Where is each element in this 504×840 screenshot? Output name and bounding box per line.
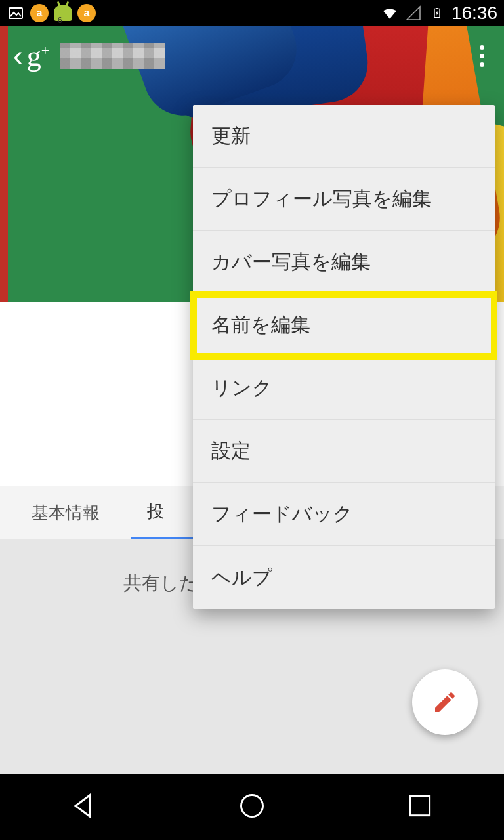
svg-rect-2 [436, 8, 438, 9]
battery-charging-icon [428, 4, 446, 22]
overflow-menu-button[interactable] [473, 39, 491, 74]
status-bar: a 6 a 16:36 [0, 0, 504, 26]
picture-icon [7, 4, 25, 22]
action-bar: ‹ g+ [0, 26, 504, 85]
app-notification-icon-2: a [77, 4, 96, 22]
app-notification-icon: a [30, 4, 49, 22]
navigation-bar [0, 774, 504, 840]
clock: 16:36 [452, 3, 497, 24]
menu-item-edit-profile-photo[interactable]: プロフィール写真を編集 [193, 168, 495, 231]
menu-item-refresh[interactable]: 更新 [193, 105, 495, 168]
svg-rect-0 [9, 8, 22, 18]
overflow-menu: 更新 プロフィール写真を編集 カバー写真を編集 名前を編集 リンク 設定 フィー… [193, 105, 495, 609]
nav-recents-icon[interactable] [406, 791, 434, 823]
svg-rect-5 [410, 796, 429, 815]
cell-signal-icon [404, 4, 423, 22]
wifi-icon [381, 4, 399, 22]
username-redacted [60, 43, 165, 69]
back-icon[interactable]: ‹ [13, 39, 23, 72]
compose-fab[interactable] [412, 669, 478, 735]
google-plus-logo[interactable]: g+ [27, 39, 49, 73]
tab-basic-info[interactable]: 基本情報 [0, 486, 131, 539]
pencil-icon [432, 689, 458, 715]
menu-item-help[interactable]: ヘルプ [193, 546, 495, 609]
android-update-icon: 6 [54, 4, 72, 22]
menu-item-edit-cover-photo[interactable]: カバー写真を編集 [193, 231, 495, 294]
nav-home-icon[interactable] [238, 791, 266, 823]
menu-item-link[interactable]: リンク [193, 357, 495, 420]
svg-point-4 [242, 795, 263, 817]
menu-item-feedback[interactable]: フィードバック [193, 483, 495, 546]
badge-count: 6 [58, 16, 62, 25]
svg-marker-3 [436, 10, 438, 16]
menu-item-settings[interactable]: 設定 [193, 420, 495, 483]
menu-item-edit-name[interactable]: 名前を編集 [193, 294, 495, 357]
nav-back-icon[interactable] [70, 791, 98, 823]
